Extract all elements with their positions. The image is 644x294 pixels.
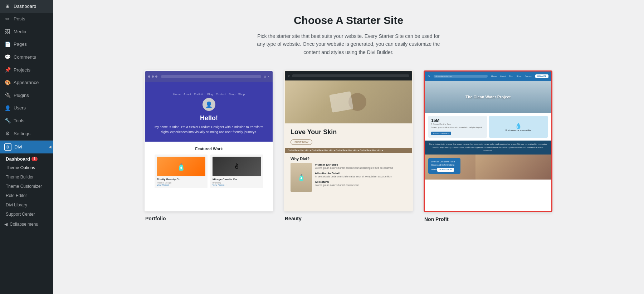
sidebar-item-tools[interactable]: 🔧 Tools bbox=[0, 114, 53, 127]
site-card-nonprofit: ⊙ cleanwaterproject.org Home About Blog … bbox=[424, 70, 552, 222]
beauty-hero-title: Love Your Skin bbox=[291, 128, 406, 136]
beauty-why-section: Why Divi? 🧴 Vitamin Enriched Lorem ipsum… bbox=[285, 153, 412, 195]
users-icon: 👤 bbox=[4, 105, 11, 112]
stat-1-label: 5 Raised for the Sea bbox=[431, 123, 484, 126]
beauty-feature-1: Vitamin Enriched Lorem ipsum dolor sit a… bbox=[315, 163, 393, 170]
portfolio-card-1: 🧴 Trinity Beauty Co. Product Design View… bbox=[155, 155, 208, 188]
beauty-marquee: Get A Beautiful skin • Get A Beautiful s… bbox=[285, 148, 412, 153]
posts-icon: ✏ bbox=[4, 16, 11, 23]
site-card-beauty: ⊙ Love Your Skin SHOP NOW Get bbox=[284, 70, 413, 222]
browser-dot bbox=[148, 75, 150, 78]
dashboard-icon: ⊞ bbox=[4, 3, 11, 10]
beauty-why-title: Why Divi? bbox=[291, 157, 406, 161]
portfolio-hero: HomeAboutPortfolioBlogContactShopShop 👤 … bbox=[145, 82, 273, 142]
beauty-shop-btn[interactable]: SHOP NOW bbox=[291, 139, 312, 145]
browser-dot bbox=[155, 75, 157, 78]
nonprofit-cta-btn[interactable]: DONATE NOW bbox=[437, 168, 454, 172]
collapse-icon: ◀ bbox=[4, 222, 8, 227]
beauty-product-img: 🧴 bbox=[291, 163, 312, 192]
nonprofit-mission-text: Our mission is to ensure that every pers… bbox=[428, 143, 548, 152]
beauty-hero-content: Love Your Skin SHOP NOW bbox=[285, 123, 412, 148]
plugins-icon: 🔌 bbox=[4, 92, 11, 99]
sidebar-item-users[interactable]: 👤 Users bbox=[0, 102, 53, 115]
media-icon: 🖼 bbox=[4, 28, 11, 35]
portfolio-hero-subtitle: My name is Brian. I'm a Senior Product D… bbox=[152, 125, 265, 134]
beauty-features: Vitamin Enriched Lorem ipsum dolor sit a… bbox=[315, 163, 393, 187]
beauty-browser-bar: ⊙ bbox=[285, 71, 412, 80]
sidebar-item-settings[interactable]: ⚙ Settings bbox=[0, 127, 53, 140]
sidebar-sub-theme-options[interactable]: Theme Options bbox=[0, 163, 53, 172]
portfolio-card-2: 🕯 Mirage Candle Co. Branding View Projec… bbox=[210, 155, 263, 188]
divi-logo: D bbox=[4, 143, 11, 151]
nonprofit-hero-title: The Clean Water Project bbox=[465, 95, 511, 99]
pages-icon: 📄 bbox=[4, 41, 11, 48]
sidebar-item-comments[interactable]: 💬 Comments bbox=[0, 51, 53, 64]
page-description: Pick the starter site that best suits yo… bbox=[255, 32, 441, 56]
stat-1-btn: MAKE A DONATION bbox=[431, 132, 451, 135]
sidebar-item-divi[interactable]: D Divi ◀ bbox=[0, 141, 53, 153]
comments-icon: 💬 bbox=[4, 54, 11, 61]
nonprofit-stats: 15M 5 Raised for the Sea Lorem ipsum dol… bbox=[425, 113, 551, 141]
nonprofit-browser-bar: ⊙ cleanwaterproject.org Home About Blog … bbox=[425, 72, 551, 81]
nonprofit-mission: Our mission is to ensure that every pers… bbox=[425, 141, 551, 155]
portfolio-hero-title: Hello! bbox=[152, 114, 265, 122]
stat-1-desc: Lorem ipsum dolor sit amet consectetur a… bbox=[431, 126, 484, 129]
sidebar-sub-theme-customizer[interactable]: Theme Customizer bbox=[0, 182, 53, 191]
beauty-feature-2-desc: In perspiciatis unde omnis iste natus er… bbox=[315, 175, 392, 178]
settings-icon: ⚙ bbox=[4, 130, 11, 137]
stat-1-num: 15M bbox=[431, 118, 484, 123]
nonprofit-site-label: Non Profit bbox=[424, 216, 552, 222]
sidebar-item-appearance[interactable]: 🎨 Appearance bbox=[0, 77, 53, 89]
beauty-site-label: Beauty bbox=[284, 216, 413, 221]
sidebar-item-dashboard[interactable]: ⊞ Dashboard bbox=[0, 0, 53, 13]
sidebar-item-pages[interactable]: 📄 Pages bbox=[0, 38, 53, 51]
site-preview-nonprofit[interactable]: ⊙ cleanwaterproject.org Home About Blog … bbox=[424, 70, 552, 212]
page-title: Choose A Starter Site bbox=[294, 14, 403, 26]
sidebar-item-plugins[interactable]: 🔌 Plugins bbox=[0, 89, 53, 102]
portfolio-card-company-2: Mirage Candle Co. bbox=[213, 178, 261, 181]
beauty-feature-3-title: All Natural bbox=[315, 180, 359, 183]
sidebar-item-posts[interactable]: ✏ Posts bbox=[0, 13, 53, 26]
portfolio-browser-bar: ⊞ ✕ bbox=[145, 71, 273, 82]
sidebar-sub-role-editor[interactable]: Role Editor bbox=[0, 191, 53, 200]
stat-2-desc: Environmental stewardship bbox=[506, 129, 531, 131]
nonprofit-hero: The Clean Water Project bbox=[425, 81, 551, 113]
projects-icon: 📌 bbox=[4, 67, 11, 74]
beauty-feature-3-desc: Lorem ipsum dolor sit amet consectetur bbox=[315, 183, 359, 187]
appearance-icon: 🎨 bbox=[4, 79, 11, 87]
water-drop-icon: 💧 bbox=[515, 122, 522, 129]
portfolio-site-label: Portfolio bbox=[145, 216, 273, 221]
site-preview-portfolio[interactable]: ⊞ ✕ HomeAboutPortfolioBlogContactShopSho… bbox=[145, 70, 273, 211]
nonprofit-stat-2: 💧 Environmental stewardship bbox=[489, 116, 548, 138]
sidebar-sub-theme-builder[interactable]: Theme Builder bbox=[0, 172, 53, 182]
collapse-menu-button[interactable]: ◀ Collapse menu bbox=[0, 219, 53, 230]
sidebar-item-media[interactable]: 🖼 Media bbox=[0, 25, 53, 38]
nonprofit-stat-1: 15M 5 Raised for the Sea Lorem ipsum dol… bbox=[428, 116, 487, 138]
nonprofit-donate-btn-nav[interactable]: DONATE bbox=[535, 74, 548, 78]
portfolio-card-img-2: 🕯 bbox=[213, 157, 261, 176]
sidebar-sub-divi-library[interactable]: Divi Library bbox=[0, 200, 53, 210]
beauty-feature-1-title: Vitamin Enriched bbox=[315, 163, 393, 166]
browser-dot bbox=[152, 75, 154, 78]
beauty-feature-1-desc: Lorem ipsum dolor sit amet consectetur a… bbox=[315, 166, 393, 170]
portfolio-cards: 🧴 Trinity Beauty Co. Product Design View… bbox=[150, 155, 268, 188]
nonprofit-cta: 100% of Donations Fund Clean and Safe Dr… bbox=[428, 158, 460, 174]
divi-dashboard-label: Dashboard 1 bbox=[0, 153, 53, 163]
beauty-feature-2: Attention to Detail In perspiciatis unde… bbox=[315, 172, 393, 178]
portfolio-featured-label: Featured Work bbox=[150, 147, 268, 151]
collapse-arrow-icon: ◀ bbox=[49, 145, 52, 149]
nonprofit-hands-section: 100% of Donations Fund Clean and Safe Dr… bbox=[425, 155, 551, 180]
sidebar-sub-support-center[interactable]: Support Center bbox=[0, 210, 53, 219]
beauty-hero-img bbox=[285, 80, 412, 123]
portfolio-card-img-1: 🧴 bbox=[157, 157, 205, 176]
portfolio-featured-section: Featured Work 🧴 Trinity Beauty Co. Produ… bbox=[145, 142, 273, 193]
beauty-feature-3: All Natural Lorem ipsum dolor sit amet c… bbox=[315, 180, 393, 187]
main-content: Choose A Starter Site Pick the starter s… bbox=[53, 0, 644, 294]
site-preview-beauty[interactable]: ⊙ Love Your Skin SHOP NOW Get bbox=[284, 70, 413, 211]
sidebar: ⊞ Dashboard ✏ Posts 🖼 Media 📄 Pages 💬 Co… bbox=[0, 0, 53, 294]
portfolio-avatar: 👤 bbox=[203, 98, 215, 111]
portfolio-card-company-1: Trinity Beauty Co. bbox=[157, 178, 205, 181]
sidebar-item-projects[interactable]: 📌 Projects bbox=[0, 64, 53, 77]
beauty-feature-2-title: Attention to Detail bbox=[315, 172, 392, 175]
sites-grid: ⊞ ✕ HomeAboutPortfolioBlogContactShopSho… bbox=[98, 70, 599, 222]
